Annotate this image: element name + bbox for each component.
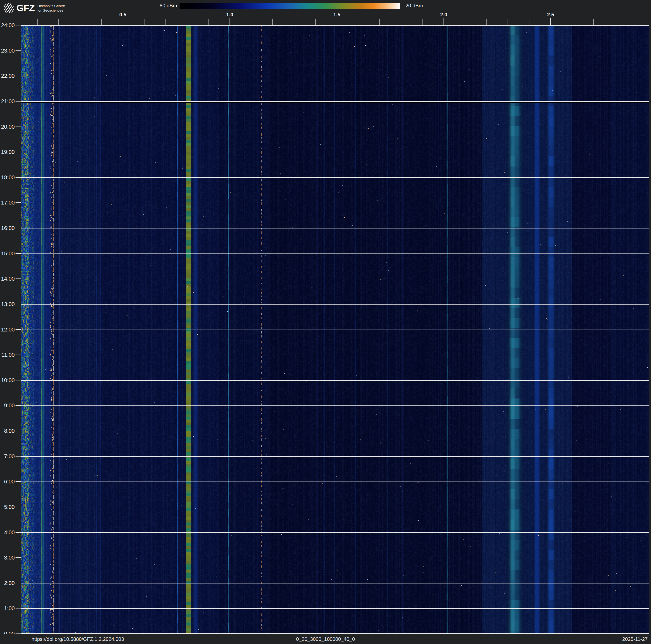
time-tick (16, 51, 21, 51)
gfz-logo-subtitle: Helmholtz Centre for Geosciences (37, 4, 65, 12)
time-tick-label: 19:00 (0, 149, 15, 155)
spectrogram-canvas (21, 25, 649, 634)
time-tick (16, 304, 21, 304)
colorbar-min-label: -80 dBm (135, 3, 177, 9)
freq-minor-tick (315, 19, 316, 25)
time-tick-label: 5:00 (0, 504, 15, 510)
footer: https://doi.org/10.5880/GFZ.1.2.2024.003… (0, 634, 651, 644)
freq-minor-tick (465, 19, 465, 25)
time-tick-label: 1:00 (0, 605, 15, 611)
freq-major-tick (550, 18, 551, 25)
time-tick-label: 23:00 (0, 48, 15, 54)
time-tick (16, 253, 21, 254)
freq-tick-label: 2.0 (435, 12, 452, 18)
spectrogram-app: GFZ Helmholtz Centre for Geosciences -80… (0, 0, 651, 644)
time-tick-label: 8:00 (0, 428, 15, 434)
time-tick-label: 10:00 (0, 377, 15, 383)
time-tick (16, 126, 21, 127)
freq-minor-tick (507, 19, 508, 25)
time-tick-label: 4:00 (0, 529, 15, 535)
freq-minor-tick (208, 19, 209, 25)
gfz-logo-line2: for Geosciences (37, 8, 65, 12)
time-tick (16, 279, 21, 279)
colorbar-gradient (180, 3, 400, 9)
time-tick-label: 24:00 (0, 22, 15, 28)
freq-minor-tick (358, 19, 358, 25)
gfz-logo-line1: Helmholtz Centre (37, 4, 65, 8)
freq-minor-tick (615, 19, 615, 25)
freq-minor-tick (593, 19, 594, 25)
dataset-id: 0_20_3000_100000_40_0 (0, 636, 651, 642)
freq-minor-tick (529, 19, 529, 25)
freq-minor-tick (294, 19, 294, 25)
time-tick (16, 481, 21, 482)
time-tick-label: 21:00 (0, 98, 15, 105)
freq-tick-label: 1.5 (329, 12, 345, 18)
time-tick-label: 3:00 (0, 554, 15, 561)
date-label: 2025-11-27 (622, 636, 648, 642)
time-tick (16, 608, 21, 609)
time-tick-label: 18:00 (0, 174, 15, 180)
time-tick-label: 7:00 (0, 453, 15, 460)
time-tick (16, 329, 21, 330)
freq-minor-tick (486, 19, 487, 25)
freq-minor-tick (37, 19, 38, 25)
time-tick-label: 2:00 (0, 580, 15, 586)
freq-tick-label: 1.0 (221, 12, 238, 18)
freq-tick-label: 0.5 (115, 12, 131, 18)
time-tick-label: 11:00 (0, 352, 15, 358)
time-tick (16, 431, 21, 431)
time-tick (16, 380, 21, 380)
freq-major-tick (229, 18, 230, 25)
freq-minor-tick (636, 19, 636, 25)
time-tick-label: 20:00 (0, 124, 15, 130)
freq-minor-tick (101, 19, 102, 25)
time-tick (16, 557, 21, 558)
time-tick (16, 634, 21, 634)
freq-minor-tick (58, 19, 59, 25)
time-tick (16, 583, 21, 583)
time-tick-label: 14:00 (0, 275, 15, 282)
freq-minor-tick (379, 19, 380, 25)
time-tick (16, 507, 21, 507)
freq-tick-label: 2.5 (542, 12, 559, 18)
time-tick (16, 25, 21, 25)
time-tick (16, 456, 21, 457)
freq-minor-tick (272, 19, 273, 25)
time-tick-label: 16:00 (0, 225, 15, 231)
time-tick (16, 76, 21, 76)
freq-minor-tick (251, 19, 251, 25)
time-tick-label: 17:00 (0, 200, 15, 206)
colorbar-max-label: -20 dBm (404, 3, 450, 9)
time-tick-label: 13:00 (0, 301, 15, 307)
time-tick (16, 101, 21, 101)
gfz-logo-icon (4, 3, 14, 13)
time-tick-label: 12:00 (0, 326, 15, 333)
freq-minor-tick (187, 19, 187, 25)
freq-minor-tick (144, 19, 145, 25)
time-tick (16, 228, 21, 228)
time-tick (16, 177, 21, 178)
time-tick-label: 9:00 (0, 402, 15, 409)
time-tick (16, 202, 21, 203)
freq-minor-tick (401, 19, 401, 25)
time-tick (16, 152, 21, 152)
freq-minor-tick (422, 19, 423, 25)
freq-minor-tick (572, 19, 572, 25)
freq-major-tick (443, 18, 444, 25)
time-tick (16, 355, 21, 355)
time-tick (16, 532, 21, 533)
freq-major-tick (337, 18, 337, 25)
freq-major-tick (123, 18, 123, 25)
freq-minor-tick (80, 19, 80, 25)
time-tick-label: 15:00 (0, 250, 15, 257)
time-tick-label: 6:00 (0, 478, 15, 485)
time-tick-label: 22:00 (0, 73, 15, 79)
gfz-logo-acronym: GFZ (17, 2, 35, 13)
time-tick (16, 405, 21, 406)
freq-minor-tick (165, 19, 166, 25)
